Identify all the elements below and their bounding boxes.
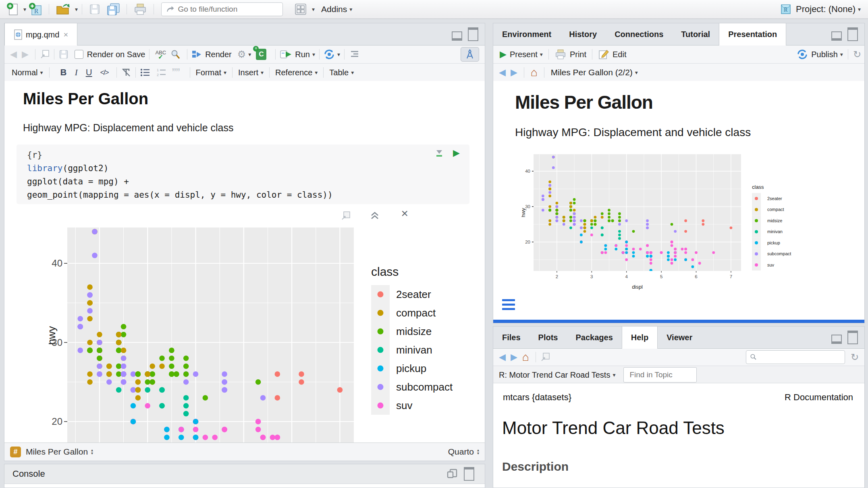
rerun-caret[interactable]	[335, 51, 340, 58]
code-format-button[interactable]: </>	[100, 68, 108, 77]
outline-location[interactable]: Miles Per Gallon	[26, 447, 88, 457]
bullet-list-icon[interactable]	[140, 68, 150, 77]
render-options-caret[interactable]	[246, 51, 251, 58]
open-file-button[interactable]	[56, 3, 70, 16]
save-icon[interactable]	[58, 49, 69, 60]
run-chunks-above-icon[interactable]	[435, 149, 444, 158]
addins-menu[interactable]: Addins	[321, 4, 352, 14]
clear-formatting-icon[interactable]	[121, 68, 131, 77]
home-icon[interactable]: ⌂	[531, 67, 538, 78]
print-icon[interactable]	[554, 49, 567, 60]
present-label[interactable]: Present	[510, 50, 538, 59]
popout-icon[interactable]	[39, 49, 50, 60]
edit-label[interactable]: Edit	[613, 50, 626, 59]
render-icon[interactable]	[191, 50, 202, 59]
goto-file-input[interactable]	[177, 4, 282, 14]
new-project-button[interactable]: R	[29, 2, 42, 16]
run-label[interactable]: Run	[295, 50, 310, 59]
find-in-topic-input[interactable]	[624, 370, 696, 380]
doc-mode-select[interactable]: Quarto	[448, 447, 474, 457]
gear-icon[interactable]: ⚙	[237, 49, 246, 60]
format-menu[interactable]: Format	[196, 68, 221, 77]
numbered-list-icon[interactable]: 12	[156, 68, 166, 77]
insert-menu[interactable]: Insert	[238, 68, 258, 77]
chunk-code[interactable]: {r}library(ggplot2)ggplot(data = mpg) + …	[27, 149, 333, 202]
underline-button[interactable]: U	[86, 67, 92, 78]
visual-editor-toggle[interactable]	[461, 47, 479, 62]
publish-icon[interactable]	[797, 49, 808, 60]
close-tab-icon[interactable]: ×	[63, 24, 68, 45]
clear-output-icon[interactable]: ×	[401, 207, 408, 220]
maximize-pane-icon[interactable]	[468, 27, 478, 41]
outline-toggle-icon[interactable]	[349, 50, 359, 59]
insert-chunk-button[interactable]: C +	[256, 49, 266, 60]
slide-forward-icon[interactable]: ▶	[511, 67, 517, 78]
collapse-output-icon[interactable]	[370, 211, 380, 220]
print-button[interactable]	[133, 3, 147, 16]
code-chunk[interactable]: {r}library(ggplot2)ggplot(data = mpg) + …	[17, 145, 469, 204]
help-topic-select[interactable]: R: Motor Trend Car Road Tests	[499, 370, 610, 380]
open-file-caret[interactable]	[73, 6, 78, 13]
render-on-save-checkbox[interactable]	[75, 50, 83, 59]
table-menu[interactable]: Table	[329, 68, 349, 77]
render-label[interactable]: Render	[205, 50, 232, 59]
back-icon[interactable]: ◀	[10, 49, 17, 60]
help-popout-icon[interactable]	[540, 352, 550, 362]
panes-layout-button[interactable]	[294, 3, 307, 16]
run-caret[interactable]	[310, 51, 315, 58]
refresh-icon[interactable]: ↻	[853, 49, 861, 60]
reference-menu[interactable]: Reference	[275, 68, 312, 77]
edit-icon[interactable]	[598, 49, 609, 60]
publish-label[interactable]: Publish	[811, 50, 838, 59]
publish-caret[interactable]	[838, 51, 843, 58]
maximize-pane-icon[interactable]	[847, 27, 858, 41]
tab-files[interactable]: Files	[493, 327, 530, 348]
rerun-icon[interactable]	[324, 49, 335, 60]
project-menu[interactable]: R Project: (None)	[780, 3, 861, 15]
paragraph-style-caret[interactable]	[37, 69, 43, 76]
help-search[interactable]	[746, 350, 845, 364]
maximize-pane-icon[interactable]	[847, 331, 858, 344]
tab-connections[interactable]: Connections	[606, 23, 672, 45]
tab-environment[interactable]: Environment	[493, 23, 560, 45]
minimize-pane-icon[interactable]	[452, 31, 462, 41]
find-in-topic[interactable]	[623, 367, 697, 383]
minimize-pane-icon[interactable]	[831, 335, 842, 344]
present-icon[interactable]: ▶	[500, 49, 507, 60]
help-refresh-icon[interactable]: ↻	[851, 352, 859, 363]
new-file-caret[interactable]	[21, 6, 26, 13]
slide-menu-icon[interactable]	[502, 297, 515, 312]
new-file-button[interactable]	[6, 2, 19, 16]
tab-plots[interactable]: Plots	[530, 327, 567, 348]
minimize-pane-icon[interactable]	[831, 31, 842, 41]
save-all-button[interactable]	[106, 2, 120, 16]
bold-button[interactable]: B	[60, 67, 66, 78]
slide-back-icon[interactable]: ◀	[499, 67, 506, 78]
console-header[interactable]: Console	[4, 464, 485, 484]
show-in-new-window-icon[interactable]	[341, 211, 351, 221]
print-label[interactable]: Print	[570, 50, 586, 59]
save-button[interactable]	[89, 3, 101, 15]
tab-tutorial[interactable]: Tutorial	[672, 23, 719, 45]
spellcheck-icon[interactable]: ABC ✓	[155, 50, 166, 59]
console-popout-icon[interactable]	[446, 468, 458, 480]
tab-history[interactable]: History	[560, 23, 606, 45]
help-search-input[interactable]	[760, 352, 845, 362]
help-forward-icon[interactable]: ▶	[511, 352, 517, 362]
blockquote-icon[interactable]: ””	[172, 70, 180, 75]
tab-help[interactable]: Help	[622, 327, 658, 349]
console-maximize-icon[interactable]	[464, 467, 474, 481]
help-content[interactable]: mtcars {datasets} R Documentation Motor …	[493, 383, 864, 488]
slide-title-select[interactable]: Miles Per Gallon (2/2)	[551, 68, 633, 77]
help-home-icon[interactable]: ⌂	[522, 352, 529, 363]
panes-layout-caret[interactable]	[309, 6, 315, 13]
visual-editor-document[interactable]: Miles Per Gallon Highway MPG: Displaceme…	[4, 81, 485, 443]
present-caret[interactable]	[538, 51, 543, 58]
tab-packages[interactable]: Packages	[567, 327, 621, 348]
help-back-icon[interactable]: ◀	[499, 352, 506, 362]
run-icon[interactable]	[280, 49, 292, 60]
forward-icon[interactable]: ▶	[22, 49, 29, 60]
presentation-preview[interactable]: Miles Per Gallon Highway MPG: Displaceme…	[493, 81, 864, 320]
italic-button[interactable]: I	[75, 67, 77, 78]
tab-viewer[interactable]: Viewer	[658, 327, 701, 348]
